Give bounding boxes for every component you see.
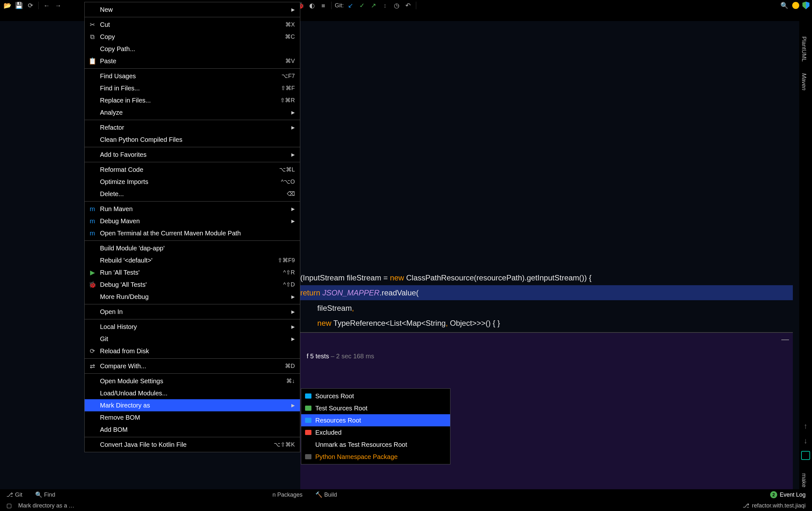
status-square-icon[interactable]: ▢ — [6, 502, 12, 509]
submenu-item-sources-root[interactable]: Sources Root — [301, 390, 450, 402]
menu-separator — [85, 358, 300, 359]
tool-maven[interactable]: Maven — [799, 70, 809, 93]
menu-item-add-bom[interactable]: Add BOM — [85, 423, 300, 435]
menu-item-run-all-tests[interactable]: ▶Run 'All Tests'^⇧R — [85, 266, 300, 278]
menu-item-label: Cut — [100, 21, 282, 28]
menu-item-label: Copy — [100, 33, 281, 40]
menu-item-remove-bom[interactable]: Remove BOM — [85, 411, 300, 423]
coverage-icon[interactable]: ◐ — [307, 1, 317, 10]
menu-item-new[interactable]: New▶ — [85, 3, 300, 16]
menu-item-copy-path[interactable]: Copy Path... — [85, 43, 300, 55]
forward-icon[interactable]: → — [53, 1, 63, 10]
menu-item-label: Find in Files... — [100, 85, 277, 92]
notifications-icon[interactable] — [792, 2, 799, 9]
branch-icon[interactable]: ⎇ — [743, 502, 749, 509]
menu-item-local-history[interactable]: Local History▶ — [85, 321, 300, 333]
git-history-icon[interactable]: ↕ — [380, 1, 390, 10]
submenu-item-python-namespace-package[interactable]: Python Namespace Package — [301, 451, 450, 463]
menu-item-rebuild-default[interactable]: Rebuild '<default>'⇧⌘F9 — [85, 254, 300, 266]
tool-plantuml[interactable]: PlantUML — [799, 34, 809, 64]
menu-item-label: Add to Favorites — [100, 151, 288, 158]
menu-item-cut[interactable]: ✂Cut⌘X — [85, 19, 300, 31]
git-pull-icon[interactable]: ↙ — [346, 1, 355, 10]
menu-item-label: Load/Unload Modules... — [100, 390, 295, 397]
menu-item-label: Local History — [100, 323, 288, 331]
menu-item-label: Convert Java File to Kotlin File — [100, 441, 270, 448]
menu-item-build-module-dap-app[interactable]: Build Module 'dap-app' — [85, 242, 300, 254]
menu-item-label: Rebuild '<default>' — [100, 257, 274, 264]
menu-shortcut: ^⇧R — [283, 269, 295, 276]
⧉-icon: ⧉ — [88, 33, 96, 40]
menu-item-reformat-code[interactable]: Reformat Code⌥⌘L — [85, 163, 300, 176]
menu-item-optimize-imports[interactable]: Optimize Imports^⌥O — [85, 176, 300, 188]
clock-icon[interactable]: ◷ — [392, 1, 401, 10]
folder-icon — [305, 393, 312, 398]
toolbar-separator — [38, 2, 39, 9]
menu-item-label: Refactor — [100, 124, 288, 131]
tool-make[interactable]: make — [799, 471, 809, 490]
refresh-icon[interactable]: ⟳ — [26, 1, 35, 10]
open-icon[interactable]: 📂 — [3, 1, 12, 10]
menu-item-convert-java-file-to-kotlin-file[interactable]: Convert Java File to Kotlin File⌥⇧⌘K — [85, 439, 300, 451]
nav-scroll-icon[interactable] — [801, 451, 810, 460]
menu-item-open-in[interactable]: Open In▶ — [85, 306, 300, 318]
menu-item-debug-all-tests[interactable]: 🐞Debug 'All Tests'^⇧D — [85, 278, 300, 291]
menu-item-more-run-debug[interactable]: More Run/Debug▶ — [85, 291, 300, 303]
submenu-item-test-sources-root[interactable]: Test Sources Root — [301, 402, 450, 414]
folder-icon — [305, 405, 312, 411]
git-branch-name[interactable]: refactor.with.test.jiaqi — [752, 502, 806, 509]
submenu-item-excluded[interactable]: Excluded — [301, 426, 450, 439]
tool-packages[interactable]: n Packages — [272, 491, 302, 498]
nav-down-icon[interactable]: ↓ — [804, 436, 808, 445]
tool-find[interactable]: 🔍 Find — [35, 491, 55, 498]
menu-item-replace-in-files[interactable]: Replace in Files...⇧⌘R — [85, 94, 300, 107]
back-icon[interactable]: ← — [42, 1, 52, 10]
git-commit-icon[interactable]: ✓ — [357, 1, 367, 10]
menu-item-run-maven[interactable]: mRun Maven▶ — [85, 203, 300, 215]
menu-item-open-terminal-at-the-current-maven-module-path[interactable]: mOpen Terminal at the Current Maven Modu… — [85, 227, 300, 239]
git-push-icon[interactable]: ↗ — [369, 1, 378, 10]
menu-item-find-in-files[interactable]: Find in Files...⇧⌘F — [85, 82, 300, 94]
tool-git[interactable]: ⎇ Git — [6, 491, 22, 498]
menu-item-compare-with[interactable]: ⇄Compare With...⌘D — [85, 360, 300, 372]
tool-event-log[interactable]: Event Log — [780, 491, 806, 498]
nav-up-icon[interactable]: ↑ — [804, 422, 808, 430]
context-menu: New▶✂Cut⌘X⧉Copy⌘CCopy Path...📋Paste⌘VFin… — [84, 2, 300, 452]
stop-icon[interactable]: ■ — [318, 1, 328, 10]
menu-shortcut: ⌘X — [285, 21, 295, 28]
save-icon[interactable]: 💾 — [14, 1, 24, 10]
menu-item-mark-directory-as[interactable]: Mark Directory as▶ — [85, 399, 300, 411]
tool-build[interactable]: 🔨 Build — [315, 491, 337, 498]
menu-item-delete[interactable]: Delete...⌫ — [85, 188, 300, 200]
revert-icon[interactable]: ↶ — [403, 1, 413, 10]
menu-item-load-unload-modules[interactable]: Load/Unload Modules... — [85, 387, 300, 399]
m-icon: m — [88, 230, 96, 237]
menu-item-copy[interactable]: ⧉Copy⌘C — [85, 31, 300, 43]
menu-separator — [85, 319, 300, 320]
submenu-item-unmark-as-test-resources-root[interactable]: Unmark as Test Resources Root — [301, 439, 450, 451]
menu-shortcut: ⌥⇧⌘K — [274, 441, 295, 448]
menu-item-label: Mark Directory as — [100, 402, 288, 409]
menu-item-reload-from-disk[interactable]: ⟳Reload from Disk — [85, 345, 300, 357]
code-line: (InputStream fileStream = new ClassPathR… — [300, 270, 793, 285]
menu-item-debug-maven[interactable]: mDebug Maven▶ — [85, 215, 300, 227]
minimize-icon[interactable]: — — [781, 335, 789, 344]
menu-shortcut: ⌘V — [285, 58, 295, 64]
menu-item-add-to-favorites[interactable]: Add to Favorites▶ — [85, 149, 300, 161]
menu-shortcut: ⌘C — [285, 33, 295, 40]
menu-separator — [85, 201, 300, 202]
menu-item-find-usages[interactable]: Find Usages⌥F7 — [85, 70, 300, 82]
menu-item-analyze[interactable]: Analyze▶ — [85, 107, 300, 119]
menu-item-open-module-settings[interactable]: Open Module Settings⌘↓ — [85, 375, 300, 387]
search-icon[interactable]: 🔍 — [779, 1, 789, 10]
menu-item-git[interactable]: Git▶ — [85, 333, 300, 345]
submenu-item-resources-root[interactable]: Resources Root — [301, 414, 450, 426]
event-count-badge: 2 — [770, 491, 777, 498]
menu-shortcut: ⌘D — [285, 362, 295, 369]
menu-item-label: Paste — [100, 58, 282, 65]
menu-item-clean-python-compiled-files[interactable]: Clean Python Compiled Files — [85, 133, 300, 146]
shield-icon[interactable] — [803, 2, 809, 9]
menu-separator — [85, 437, 300, 437]
menu-item-refactor[interactable]: Refactor▶ — [85, 121, 300, 133]
menu-item-paste[interactable]: 📋Paste⌘V — [85, 55, 300, 67]
